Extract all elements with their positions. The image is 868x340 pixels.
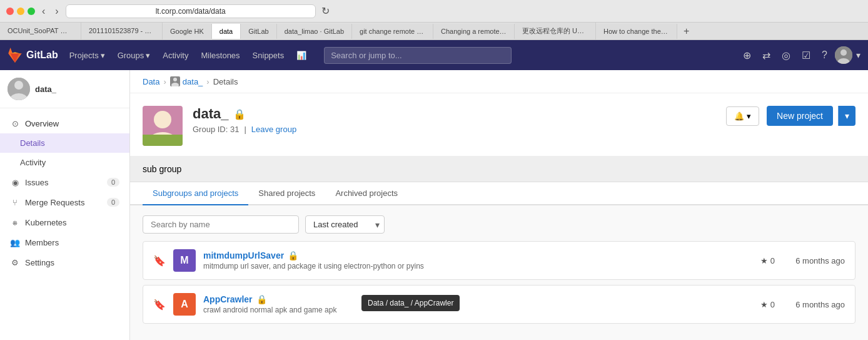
traffic-light-yellow[interactable] <box>17 8 24 15</box>
tab-changing[interactable]: Changing a remote's... <box>433 24 515 39</box>
sidebar-item-merge-requests[interactable]: ⑂ Merge Requests 0 <box>0 192 129 212</box>
project-stats-1: ★ 0 <box>760 300 775 309</box>
plus-icon-button[interactable]: ⊕ <box>739 47 755 64</box>
breadcrumb-data[interactable]: Data <box>143 77 159 86</box>
tab-gitlab[interactable]: GitLab <box>241 24 276 39</box>
sidebar-item-issues[interactable]: ◉ Issues 0 <box>0 172 129 192</box>
nav-activity[interactable]: Activity <box>158 48 193 63</box>
issues-icon-button[interactable]: ◎ <box>778 47 794 64</box>
tab-data-limao[interactable]: data_limao · GitLab <box>277 24 352 39</box>
gitlab-logo[interactable]: GitLab <box>8 48 58 63</box>
sidebar-item-overview[interactable]: ⊙ Overview <box>0 113 129 133</box>
gitlab-header: GitLab Projects ▾ Groups ▾ Activity Mile… <box>0 40 868 70</box>
project-stars-0: ★ 0 <box>760 256 775 265</box>
project-list-wrapper: 🔖 M mitmdumpUrlSaver 🔒 mitmdump url save… <box>143 241 855 324</box>
header-nav: Projects ▾ Groups ▾ Activity Milestones … <box>64 48 312 63</box>
gitlab-logo-icon <box>8 48 23 63</box>
back-button[interactable]: ‹ <box>39 4 48 18</box>
tab-bar: OCUnit_SooPAT 专利... 2011101523879 - 软...… <box>0 23 868 40</box>
sidebar-item-settings[interactable]: ⚙ Settings <box>0 252 129 272</box>
nav-stats-icon[interactable]: 📊 <box>291 48 311 63</box>
merge-request-icon-button[interactable]: ⇄ <box>759 47 774 64</box>
svg-point-1 <box>840 49 847 56</box>
tab-geng-gai[interactable]: 更改远程仓库的 URL - ... <box>515 23 596 39</box>
forward-button[interactable]: › <box>52 4 61 18</box>
tab-archived-projects[interactable]: Archived projects <box>325 182 408 205</box>
star-count-0: 0 <box>770 256 775 265</box>
profile-avatar-image <box>8 78 30 100</box>
tab-google[interactable]: Google HK <box>163 24 212 39</box>
new-project-dropdown-button[interactable]: ▾ <box>838 106 855 126</box>
project-search-input[interactable] <box>143 215 299 234</box>
group-lock-icon: 🔒 <box>233 108 246 120</box>
tab-ocunit[interactable]: OCUnit_SooPAT 专利... <box>0 23 81 39</box>
kubernetes-icon: ⎈ <box>10 217 20 227</box>
traffic-light-red[interactable] <box>6 8 14 15</box>
sidebar-item-members[interactable]: 👥 Members <box>0 232 129 252</box>
project-lock-icon-0: 🔒 <box>288 250 298 260</box>
breadcrumb-tooltip: Data / data_ / AppCrawler <box>361 295 460 311</box>
todo-icon-button[interactable]: ☑ <box>798 47 814 64</box>
sidebar-nav: ⊙ Overview Details Activity ◉ Issues 0 ⑂… <box>0 108 129 340</box>
leave-group-link[interactable]: Leave group <box>251 125 296 134</box>
main-layout: data_ ⊙ Overview Details Activity ◉ Issu… <box>0 70 868 340</box>
notification-button[interactable]: 🔔 ▾ <box>726 106 759 126</box>
project-name-text-0: mitmdumpUrlSaver <box>203 250 284 260</box>
breadcrumb-sep-2: › <box>206 77 209 86</box>
traffic-light-green[interactable] <box>28 8 35 15</box>
projects-tabs: Subgroups and projects Shared projects A… <box>130 182 868 205</box>
help-icon-button[interactable]: ? <box>818 47 831 63</box>
tab-subgroups-projects[interactable]: Subgroups and projects <box>143 182 248 205</box>
new-tab-button[interactable]: + <box>677 23 695 39</box>
sidebar-item-overview-label: Overview <box>25 119 119 128</box>
project-name-0[interactable]: mitmdumpUrlSaver 🔒 <box>203 250 753 260</box>
group-header: data_ 🔒 Group ID: 31 | Leave group 🔔 ▾ N… <box>130 93 868 157</box>
new-project-button[interactable]: New project <box>767 106 833 126</box>
project-desc-0: mitmdump url saver, and package it using… <box>203 262 753 270</box>
group-meta-sep: | <box>244 125 246 134</box>
tab-data[interactable]: data <box>212 24 241 39</box>
tab-patent[interactable]: 2011101523879 - 软... <box>81 23 163 39</box>
avatar[interactable] <box>835 46 852 64</box>
subgroup-bar: sub group <box>130 157 868 182</box>
svg-point-4 <box>14 81 23 90</box>
bookmark-icon-1[interactable]: 🔖 <box>153 299 166 311</box>
project-stats-0: ★ 0 <box>760 256 775 265</box>
sidebar-item-details[interactable]: Details <box>0 133 129 153</box>
address-bar[interactable]: lt.corp.com/data/data <box>66 4 316 18</box>
tab-how-to[interactable]: How to change the U... <box>596 24 677 39</box>
nav-milestones[interactable]: Milestones <box>196 48 245 63</box>
nav-groups[interactable]: Groups ▾ <box>113 48 156 63</box>
sidebar-item-activity[interactable]: Activity <box>0 153 129 172</box>
nav-activity-label: Activity <box>163 51 188 60</box>
project-icon-m: M <box>173 249 196 272</box>
sidebar-item-kubernetes-label: Kubernetes <box>25 218 119 227</box>
tab-shared-projects[interactable]: Shared projects <box>248 182 325 205</box>
avatar-image <box>835 46 852 64</box>
group-id-label: Group ID: 31 <box>193 125 239 134</box>
svg-rect-12 <box>143 135 183 146</box>
nav-projects[interactable]: Projects ▾ <box>64 48 110 63</box>
tab-git-change[interactable]: git change remote rep... <box>352 24 433 39</box>
nav-projects-label: Projects <box>69 51 99 60</box>
filter-dropdown[interactable]: Last createdOldest createdLast updatedOl… <box>305 215 385 234</box>
breadcrumb-data-sub[interactable]: data_ <box>183 77 203 86</box>
nav-snippets[interactable]: Snippets <box>248 48 290 63</box>
project-details-1: AppCrawler 🔒 crawl android normal apk an… <box>203 294 753 314</box>
merge-icon: ⑂ <box>10 197 20 207</box>
members-icon: 👥 <box>10 237 20 247</box>
group-actions: 🔔 ▾ New project ▾ <box>726 106 855 126</box>
merge-badge: 0 <box>107 198 119 207</box>
project-time-1: 6 months ago <box>782 300 845 309</box>
project-name-1[interactable]: AppCrawler 🔒 <box>203 294 753 304</box>
search-input[interactable] <box>324 47 512 64</box>
reload-button[interactable]: ↻ <box>318 4 333 18</box>
group-info: data_ 🔒 Group ID: 31 | Leave group <box>193 106 716 134</box>
breadcrumb-sep-1: › <box>163 77 166 86</box>
nav-projects-chevron: ▾ <box>101 51 105 60</box>
breadcrumb-avatar-icon: data_ <box>170 76 203 86</box>
notification-icon: 🔔 <box>734 111 744 121</box>
breadcrumb-details: Details <box>213 77 238 86</box>
sidebar-item-kubernetes[interactable]: ⎈ Kubernetes <box>0 212 129 232</box>
bookmark-icon-0[interactable]: 🔖 <box>153 255 166 267</box>
